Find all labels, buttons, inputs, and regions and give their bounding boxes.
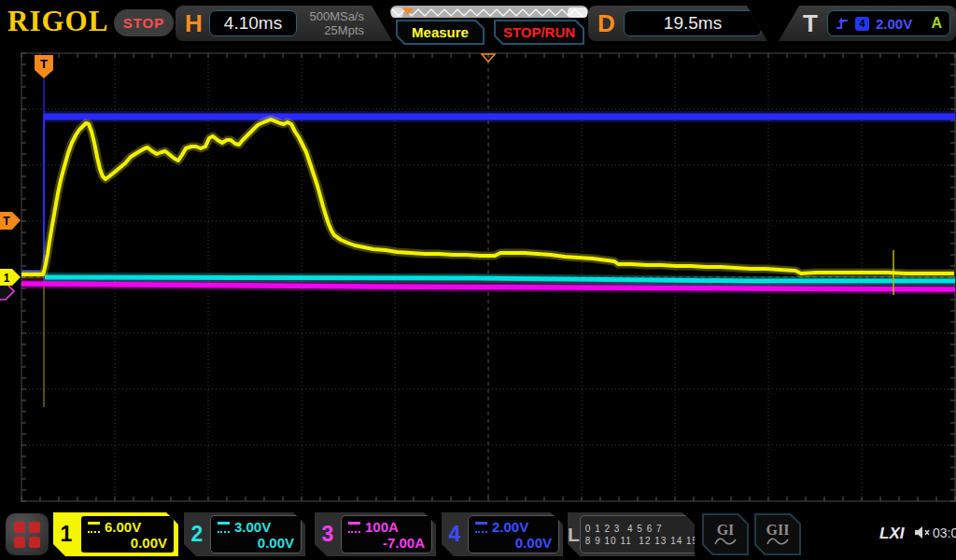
dc-coupling-icon (348, 522, 360, 533)
channel-2-scale: 3.00V (234, 519, 271, 535)
channel-2-offset: 0.00V (218, 535, 294, 551)
trigger-position-marker-label: T (40, 57, 48, 71)
logic-channels-row2: 8 9 10 11 12 13 14 15 (585, 535, 698, 547)
lxi-status: LXI (879, 525, 904, 543)
sine-wave-icon (714, 537, 737, 547)
dc-coupling-icon (218, 522, 230, 533)
menu-grid-icon (14, 522, 40, 548)
channel-1-button[interactable]: 1 6.00V 0.00V (53, 512, 178, 556)
generator-2-button[interactable]: GII (754, 513, 801, 555)
channel-4-button[interactable]: 4 2.00V 0.00V (442, 512, 563, 556)
channel-4-scale: 2.00V (492, 519, 528, 535)
channel-3-offset: -7.00A (348, 535, 425, 551)
channel-4-offset: 0.00V (475, 535, 552, 551)
trigger-level-marker-label: T (3, 215, 10, 228)
oscilloscope-screen: RIGOL STOP H 4.10ms 500MSa/s 25Mpts Meas… (0, 0, 956, 560)
channel-1-offset: 0.00V (88, 535, 167, 551)
clock: 03:01 (933, 525, 956, 540)
main-menu-button[interactable] (6, 513, 49, 555)
generator-1-button[interactable]: GI (702, 513, 749, 555)
channel-3-scale: 100A (365, 519, 399, 535)
channel-1-scale: 6.00V (105, 519, 141, 535)
channel-1-position-marker-label: 1 (4, 272, 10, 285)
logic-channels-row1: 0 1 2 3 4 5 6 7 (585, 523, 698, 535)
channel-2-button[interactable]: 2 3.00V 0.00V (184, 512, 305, 556)
logic-analyzer-button[interactable]: L 0 1 2 3 4 5 6 7 8 9 10 11 12 13 14 15 (568, 512, 695, 556)
sine-wave-icon (766, 537, 789, 547)
dc-coupling-icon (88, 522, 100, 533)
generator-1-label: GI (717, 523, 735, 537)
generator-2-label: GII (766, 523, 790, 537)
dc-coupling-icon (475, 522, 487, 533)
sound-muted-icon[interactable] (913, 525, 932, 540)
channel-3-button[interactable]: 3 100A -7.00A (315, 512, 436, 556)
waveform-display: T T 1 (0, 0, 956, 560)
